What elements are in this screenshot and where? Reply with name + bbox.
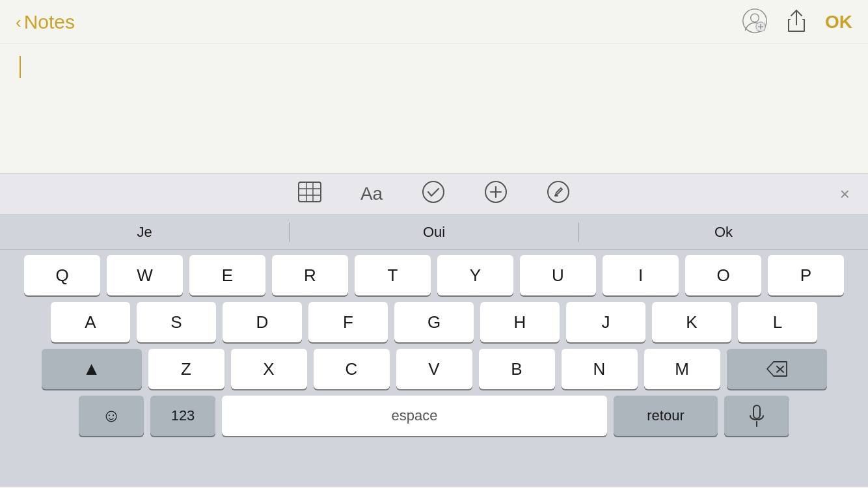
predictive-item-ok[interactable]: Ok [579, 215, 868, 249]
predictive-bar: Je Oui Ok [0, 215, 868, 250]
avatar-icon[interactable] [742, 8, 768, 36]
key-z[interactable]: Z [148, 349, 224, 389]
key-r[interactable]: R [272, 255, 348, 295]
key-g[interactable]: G [394, 302, 474, 342]
markup-icon[interactable] [547, 180, 570, 208]
key-n[interactable]: N [562, 349, 638, 389]
svg-point-1 [751, 14, 759, 22]
note-area[interactable] [0, 44, 868, 173]
back-chevron-icon[interactable]: ‹ [16, 14, 21, 31]
ok-button[interactable]: OK [825, 12, 852, 33]
key-q[interactable]: Q [24, 255, 100, 295]
keys-area: Q W E R T Y U I O P A S D F G H J K L ▲ … [0, 250, 868, 439]
key-f[interactable]: F [308, 302, 388, 342]
checklist-icon[interactable] [422, 180, 445, 208]
delete-key[interactable] [727, 349, 827, 389]
key-w[interactable]: W [107, 255, 183, 295]
numbers-key[interactable]: 123 [150, 396, 215, 436]
header: ‹ Notes OK [0, 0, 868, 44]
key-b[interactable]: B [479, 349, 555, 389]
share-icon[interactable] [786, 9, 807, 35]
space-key[interactable]: espace [222, 396, 607, 436]
key-j[interactable]: J [566, 302, 645, 342]
header-right: OK [742, 8, 852, 36]
key-row-1: Q W E R T Y U I O P [4, 255, 864, 295]
notes-title[interactable]: Notes [24, 11, 75, 33]
predictive-item-oui[interactable]: Oui [290, 215, 578, 249]
key-x[interactable]: X [231, 349, 307, 389]
formatting-toolbar: Aa × [0, 173, 868, 215]
svg-point-10 [423, 182, 444, 202]
format-text-icon[interactable]: Aa [360, 183, 383, 204]
key-k[interactable]: K [652, 302, 731, 342]
key-u[interactable]: U [520, 255, 596, 295]
return-key[interactable]: retour [614, 396, 718, 436]
key-e[interactable]: E [189, 255, 265, 295]
key-v[interactable]: V [396, 349, 472, 389]
text-cursor [20, 56, 21, 78]
predictive-item-je[interactable]: Je [0, 215, 289, 249]
close-keyboard-button[interactable]: × [840, 184, 850, 204]
mic-key[interactable] [724, 396, 789, 436]
key-m[interactable]: M [644, 349, 720, 389]
key-c[interactable]: C [314, 349, 390, 389]
table-icon[interactable] [298, 182, 321, 207]
keyboard: Je Oui Ok Q W E R T Y U I O P A S D F G … [0, 215, 868, 487]
key-row-2: A S D F G H J K L [4, 302, 864, 342]
key-l[interactable]: L [738, 302, 817, 342]
shift-key[interactable]: ▲ [42, 349, 142, 389]
key-h[interactable]: H [480, 302, 560, 342]
svg-point-14 [548, 182, 569, 202]
key-o[interactable]: O [685, 255, 761, 295]
emoji-key[interactable]: ☺ [79, 396, 144, 436]
key-d[interactable]: D [223, 302, 302, 342]
key-row-3: ▲ Z X C V B N M [4, 349, 864, 389]
key-t[interactable]: T [355, 255, 431, 295]
svg-rect-5 [299, 182, 321, 202]
add-icon[interactable] [484, 180, 508, 208]
key-i[interactable]: I [603, 255, 679, 295]
svg-rect-18 [753, 405, 760, 418]
key-row-4: ☺ 123 espace retour [4, 396, 864, 436]
header-left: ‹ Notes [16, 11, 75, 33]
key-y[interactable]: Y [437, 255, 513, 295]
key-p[interactable]: P [768, 255, 844, 295]
key-a[interactable]: A [51, 302, 130, 342]
key-s[interactable]: S [137, 302, 216, 342]
